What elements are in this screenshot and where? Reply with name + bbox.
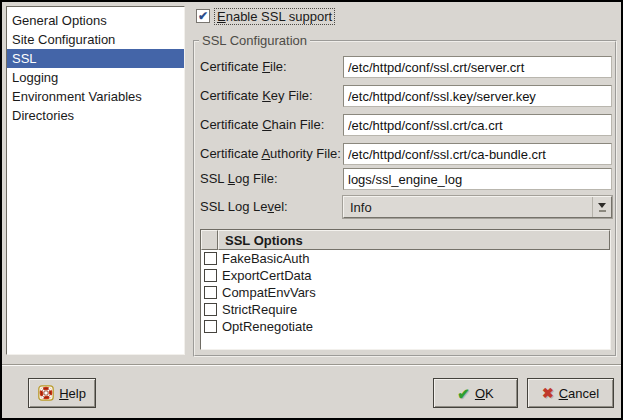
ssl-options-header-row: SSL Options [201, 230, 610, 250]
table-row[interactable]: ✔ OptRenegotiate [201, 318, 610, 335]
option-label: StrictRequire [222, 302, 297, 317]
checkbox-column-header[interactable] [201, 230, 218, 250]
ssl-log-file-label: SSL Log File: [200, 168, 278, 190]
ok-button[interactable]: ✔ OK [433, 378, 518, 408]
ok-check-icon: ✔ [457, 386, 470, 401]
ssl-log-file-input[interactable] [343, 168, 612, 190]
sidebar-item-site-configuration[interactable]: Site Configuration [7, 30, 184, 49]
enable-ssl-row: ✔ Enable SSL support [196, 7, 335, 25]
exportcertdata-checkbox[interactable]: ✔ [204, 269, 217, 282]
certificate-file-input[interactable] [343, 56, 612, 78]
enable-ssl-checkbox[interactable]: ✔ [196, 9, 210, 23]
compatenvvars-checkbox[interactable]: ✔ [204, 286, 217, 299]
lifebuoy-help-icon [38, 385, 54, 401]
ssl-log-level-dropdown[interactable]: Info [343, 196, 612, 218]
optrenegotiate-checkbox[interactable]: ✔ [204, 320, 217, 333]
ssl-log-level-label: SSL Log Level: [200, 196, 288, 218]
certificate-authority-file-input[interactable] [343, 143, 612, 165]
sidebar-item-logging[interactable]: Logging [7, 68, 184, 87]
sidebar-item-environment-variables[interactable]: Environment Variables [7, 87, 184, 106]
ssl-options-column-header[interactable]: SSL Options [218, 230, 610, 250]
ok-button-label: OK [475, 386, 494, 401]
table-row[interactable]: ✔ StrictRequire [201, 301, 610, 318]
certificate-key-file-input[interactable] [343, 85, 612, 107]
dropdown-arrow-icon [592, 197, 611, 217]
ssl-log-level-value: Info [344, 200, 592, 215]
fakebasicauth-checkbox[interactable]: ✔ [204, 252, 217, 265]
ssl-options-table: SSL Options ✔ FakeBasicAuth ✔ ExportCert… [200, 229, 611, 350]
option-label: ExportCertData [222, 268, 312, 283]
cancel-button[interactable]: ✖ Cancel [527, 378, 614, 408]
table-row[interactable]: ✔ CompatEnvVars [201, 284, 610, 301]
cancel-x-icon: ✖ [542, 386, 554, 400]
option-label: CompatEnvVars [222, 285, 316, 300]
option-label: OptRenegotiate [222, 319, 313, 334]
category-list: General Options Site Configuration SSL L… [6, 6, 185, 355]
sidebar-item-general-options[interactable]: General Options [7, 11, 184, 30]
checkmark-icon: ✔ [198, 10, 208, 22]
ssl-config-dialog: General Options Site Configuration SSL L… [0, 0, 623, 420]
sidebar-item-ssl[interactable]: SSL [7, 49, 184, 68]
bottom-separator [2, 364, 621, 366]
table-row[interactable]: ✔ FakeBasicAuth [201, 250, 610, 267]
help-button[interactable]: Help [28, 378, 96, 408]
certificate-chain-file-input[interactable] [343, 114, 612, 136]
certificate-chain-file-label: Certificate Chain File: [200, 114, 324, 136]
option-label: FakeBasicAuth [222, 251, 309, 266]
frame-title: SSL Configuration [199, 33, 310, 48]
sidebar-item-directories[interactable]: Directories [7, 106, 184, 125]
strictrequire-checkbox[interactable]: ✔ [204, 303, 217, 316]
certificate-authority-file-label: Certificate Authority File: [200, 143, 341, 165]
cancel-button-label: Cancel [559, 386, 599, 401]
certificate-key-file-label: Certificate Key File: [200, 85, 313, 107]
help-button-label: Help [59, 386, 86, 401]
enable-ssl-label[interactable]: Enable SSL support [214, 8, 335, 25]
certificate-file-label: Certificate File: [200, 56, 287, 78]
table-row[interactable]: ✔ ExportCertData [201, 267, 610, 284]
